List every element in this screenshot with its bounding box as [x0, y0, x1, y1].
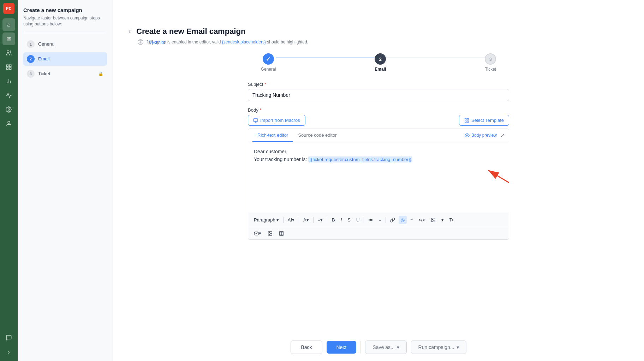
editor-tabs: Rich-text editor Source code editor Body…: [248, 129, 509, 142]
top-bar: [113, 0, 644, 16]
toolbar-more[interactable]: ▾: [439, 216, 446, 224]
footer-divider: [360, 341, 361, 354]
editor-body[interactable]: Dear customer, Your tracking number is: …: [248, 142, 509, 213]
info-text: If {*} option is enabled in the editor, …: [145, 40, 308, 45]
toolbar-divider-6: [386, 217, 386, 223]
svg-rect-10: [254, 118, 258, 121]
step-label-general: General: [38, 41, 54, 47]
editor-toolbar-row2: ▾: [248, 227, 509, 239]
tab-source-code[interactable]: Source code editor: [293, 129, 341, 142]
page-footer: Back Next Save as... ▾ Run campaign... ▾: [113, 333, 644, 361]
eye-icon: [465, 133, 470, 138]
sidebar-step-ticket[interactable]: 3 Ticket 🔒: [23, 67, 107, 81]
nav-bar: PC ⌂ ✉ ›: [0, 0, 18, 361]
toolbar-clear-format[interactable]: Tx: [447, 216, 456, 224]
subject-required: *: [264, 82, 266, 87]
body-required: *: [260, 107, 261, 113]
select-template-button[interactable]: Select Template: [459, 115, 509, 126]
save-button[interactable]: Save as... ▾: [365, 341, 406, 354]
step-line-1: [276, 58, 375, 58]
toolbar-underline[interactable]: U: [354, 216, 362, 224]
svg-rect-16: [465, 121, 466, 122]
nav-chat[interactable]: [2, 331, 15, 344]
toolbar-italic[interactable]: I: [339, 216, 344, 224]
nav-users[interactable]: [2, 47, 15, 59]
sidebar-description: Navigate faster between campaign steps u…: [23, 15, 107, 27]
toolbar-table-insert[interactable]: [277, 230, 286, 237]
run-campaign-button[interactable]: Run campaign... ▾: [411, 341, 466, 354]
nav-expand[interactable]: ›: [2, 345, 15, 358]
svg-line-19: [488, 170, 509, 213]
step-label-email: Email: [38, 56, 50, 61]
page-title: Create a new Email campaign: [136, 27, 245, 36]
nav-list[interactable]: [2, 61, 15, 73]
step-num-2: 2: [27, 55, 35, 63]
sidebar: Create a new campaign Navigate faster be…: [18, 0, 113, 361]
step-name-email: Email: [375, 67, 386, 72]
import-icon: [253, 118, 258, 123]
sidebar-title: Create a new campaign: [23, 7, 107, 13]
toolbar-divider-1: [283, 217, 284, 223]
stepper-email: 2 Email: [375, 53, 386, 72]
toolbar-align[interactable]: ≡ ▾: [316, 216, 325, 224]
svg-rect-14: [467, 118, 469, 120]
svg-rect-13: [465, 118, 466, 120]
toolbar-ai[interactable]: AI ▾: [286, 216, 297, 224]
back-arrow-icon[interactable]: ‹: [127, 26, 132, 36]
nav-analytics[interactable]: [2, 89, 15, 102]
body-preview-button[interactable]: Body preview: [465, 133, 497, 138]
toolbar-image-upload[interactable]: [266, 230, 275, 237]
template-icon: [464, 118, 469, 123]
sidebar-step-email[interactable]: 2 Email: [23, 52, 107, 66]
subject-label: Subject *: [248, 82, 509, 87]
toolbar-font[interactable]: A ▾: [301, 216, 311, 224]
stepper: ✓ General 2 Email 3 Ticket: [127, 53, 630, 72]
step-num-3: 3: [27, 70, 35, 78]
stepper-general: ✓ General: [261, 53, 276, 72]
import-macros-button[interactable]: Import from Macros: [248, 115, 305, 126]
svg-point-0: [7, 51, 9, 53]
step-line-2: [386, 58, 485, 58]
svg-point-8: [8, 109, 10, 111]
nav-dashboard[interactable]: [2, 75, 15, 88]
stepper-ticket: 3 Ticket: [485, 53, 496, 72]
toolbar-bold[interactable]: B: [329, 216, 337, 224]
toolbar-paragraph[interactable]: Paragraph ▾: [252, 216, 281, 224]
nav-settings[interactable]: [2, 103, 15, 116]
editor-container: Rich-text editor Source code editor Body…: [248, 129, 509, 240]
toolbar-image[interactable]: [429, 216, 438, 224]
toolbar-placeholder[interactable]: ◎: [399, 216, 407, 224]
nav-home[interactable]: ⌂: [2, 18, 15, 31]
toolbar-bullet-list[interactable]: ≔: [366, 216, 375, 224]
back-button[interactable]: Back: [291, 341, 322, 354]
toolbar-numbered-list[interactable]: ≡: [376, 216, 383, 224]
svg-rect-4: [6, 68, 8, 70]
toolbar-divider-4: [327, 217, 327, 223]
main-content: ‹ Create a new Email campaign ⓘ If {*} o…: [113, 0, 644, 361]
toolbar-strikethrough[interactable]: S: [345, 216, 353, 224]
expand-button[interactable]: ⤢: [500, 132, 505, 138]
svg-point-21: [432, 219, 433, 220]
svg-rect-1: [6, 65, 8, 66]
tracking-placeholder: {{ticket.requester.custom_fields.trackin…: [308, 156, 412, 162]
toolbar-divider-5: [364, 217, 364, 223]
toolbar-code[interactable]: </>: [416, 216, 427, 224]
svg-rect-3: [10, 68, 11, 70]
editor-tab-actions: Body preview ⤢: [465, 132, 505, 138]
nav-profile[interactable]: [2, 117, 15, 130]
nav-email[interactable]: ✉: [2, 32, 15, 45]
editor-line-2: Your tracking number is: {{ticket.reques…: [254, 155, 503, 164]
placeholder-highlight: {zendesk.placeholders}: [222, 40, 266, 45]
next-button[interactable]: Next: [327, 341, 357, 354]
app-logo[interactable]: PC: [3, 3, 14, 14]
subject-input[interactable]: [248, 89, 509, 101]
form-section: Subject * Body * Import from Macros Sele…: [248, 82, 509, 240]
step-circle-general: ✓: [263, 53, 274, 65]
step-circle-ticket: 3: [485, 53, 496, 65]
sidebar-step-general[interactable]: 1 General: [23, 37, 107, 51]
toolbar-blockquote[interactable]: ❝: [408, 216, 415, 224]
tab-rich-text[interactable]: Rich-text editor: [252, 129, 293, 142]
toolbar-email-insert[interactable]: ▾: [252, 229, 263, 237]
step-label-ticket: Ticket: [38, 71, 50, 76]
toolbar-link[interactable]: [388, 216, 397, 224]
